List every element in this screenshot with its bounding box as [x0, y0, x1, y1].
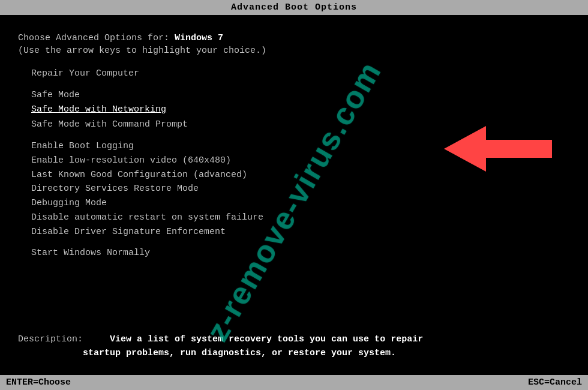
menu-item-disable-signature[interactable]: Disable Driver Signature Enforcement [18, 225, 570, 239]
arrow-body [486, 140, 552, 158]
annotation-arrow [444, 126, 552, 172]
bottom-bar: ENTER=Choose ESC=Cancel [0, 375, 588, 390]
menu-item-safemode[interactable]: Safe Mode [18, 88, 570, 103]
os-name: Windows 7 [175, 33, 223, 43]
menu-item-directory[interactable]: Directory Services Restore Mode [18, 182, 570, 196]
menu-item-start-normal[interactable]: Start Windows Normally [18, 246, 570, 260]
enter-choose: ENTER=Choose [6, 377, 71, 388]
arrow-instruction: (Use the arrow keys to highlight your ch… [18, 46, 570, 56]
description-area: Description: View a list of system recov… [18, 333, 570, 360]
title-bar: Advanced Boot Options [0, 0, 588, 15]
menu-section-repair: Repair Your Computer [18, 67, 570, 81]
menu-item-repair[interactable]: Repair Your Computer [18, 67, 570, 81]
menu-item-safemode-networking[interactable]: Safe Mode with Networking [18, 103, 570, 117]
title-text: Advanced Boot Options [231, 2, 357, 13]
menu-section-safemode: Safe Mode Safe Mode with Networking Safe… [18, 88, 570, 132]
choose-label: Choose Advanced Options for: [18, 33, 175, 43]
choose-line: Choose Advanced Options for: Windows 7 [18, 33, 570, 43]
menu-item-debug[interactable]: Debugging Mode [18, 196, 570, 211]
menu-item-disable-restart[interactable]: Disable automatic restart on system fail… [18, 211, 570, 225]
description-label: Description: [18, 334, 83, 344]
esc-cancel: ESC=Cancel [528, 377, 582, 388]
arrow-head [444, 126, 486, 172]
menu-section-start-normal: Start Windows Normally [18, 246, 570, 260]
